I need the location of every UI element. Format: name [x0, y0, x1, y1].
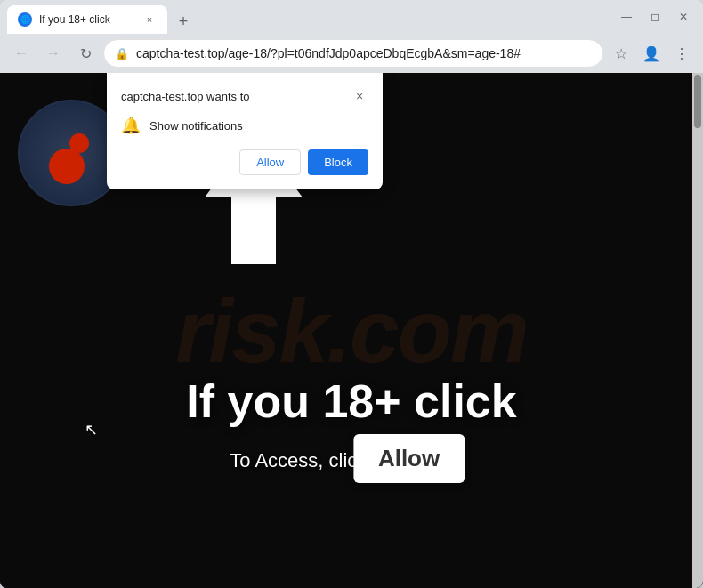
refresh-button[interactable]: ↻	[71, 39, 100, 68]
permission-text: Show notifications	[149, 119, 243, 133]
close-window-button[interactable]: ✕	[671, 4, 696, 29]
lock-icon: 🔒	[115, 46, 129, 60]
allow-overlay-button[interactable]: Allow	[353, 434, 465, 483]
tab-favicon: 🌐	[18, 12, 32, 27]
maximize-button[interactable]: ◻	[642, 4, 667, 29]
content-area: risk.com If you 18+ click To Access, cli…	[0, 73, 703, 588]
main-title: If you 18+ click	[0, 375, 703, 428]
menu-button[interactable]: ⋮	[667, 39, 696, 68]
scrollbar[interactable]	[692, 73, 703, 588]
title-bar: 🌐 If you 18+ click × + — ◻ ✕	[0, 0, 703, 34]
popup-close-button[interactable]: ×	[351, 87, 368, 105]
back-button[interactable]: ←	[7, 39, 36, 68]
popup-block-button[interactable]: Block	[308, 149, 368, 175]
popup-allow-button[interactable]: Allow	[239, 149, 301, 175]
window-controls: — ◻ ✕	[614, 4, 696, 29]
page-content: risk.com If you 18+ click To Access, cli…	[0, 73, 703, 588]
sub-text: To Access, click All	[0, 449, 623, 472]
popup-site-text: captcha-test.top wants to	[121, 90, 250, 103]
circle-small-red	[69, 133, 89, 153]
popup-buttons: Allow Block	[121, 149, 368, 175]
new-tab-button[interactable]: +	[171, 9, 196, 34]
address-text: captcha-test.top/age-18/?pl=t06ndfJdp0ap…	[136, 46, 592, 60]
popup-header: captcha-test.top wants to ×	[121, 87, 368, 105]
watermark-text: risk.com	[175, 286, 527, 375]
tab-close-button[interactable]: ×	[142, 12, 157, 27]
popup-permission: 🔔 Show notifications	[121, 116, 368, 135]
forward-button[interactable]: →	[39, 39, 68, 68]
circle-red	[49, 149, 85, 184]
profile-button[interactable]: 👤	[637, 39, 666, 68]
bookmark-button[interactable]: ☆	[607, 39, 635, 68]
navigation-bar: ← → ↻ 🔒 captcha-test.top/age-18/?pl=t06n…	[0, 34, 703, 73]
minimize-button[interactable]: —	[614, 4, 639, 29]
nav-actions: ☆ 👤 ⋮	[607, 39, 696, 68]
bell-icon: 🔔	[121, 116, 141, 135]
address-bar[interactable]: 🔒 captcha-test.top/age-18/?pl=t06ndfJdp0…	[103, 39, 603, 68]
active-tab[interactable]: 🌐 If you 18+ click ×	[7, 5, 167, 34]
scrollbar-thumb[interactable]	[694, 75, 701, 128]
notification-popup: captcha-test.top wants to × 🔔 Show notif…	[107, 73, 383, 189]
tab-strip: 🌐 If you 18+ click × +	[7, 0, 609, 34]
browser-window: 🌐 If you 18+ click × + — ◻ ✕ ← → ↻ 🔒 cap…	[0, 0, 703, 588]
tab-title: If you 18+ click	[39, 13, 135, 26]
